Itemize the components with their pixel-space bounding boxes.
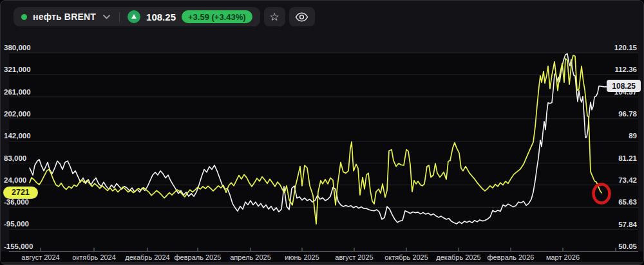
left-axis-label: 202,000 [4,110,31,118]
chart-panel: mscinsider 380,000120.15321,000112.36261… [0,0,644,265]
left-axis-label: -95,000 [4,220,29,228]
instrument-selector[interactable]: нефть BRENT 108.25 +3.59 (+3.43%) [14,7,260,26]
left-axis-label: 142,000 [4,132,31,140]
x-axis-label: февраль 2025 [175,253,222,261]
left-axis-label: 380,000 [4,44,31,51]
footer-strip [1,262,644,265]
current-price: 108.25 [146,12,176,23]
x-axis-label: июнь 2025 [285,253,319,261]
x-axis-label: февраль 2026 [488,253,535,261]
left-axis-label: -155,000 [4,242,33,250]
right-axis-label: 96.78 [618,110,637,118]
price-change-badge: +3.59 (+3.43%) [182,10,252,23]
left-axis-label: 321,000 [4,66,31,73]
plot-background [9,53,638,251]
left-axis-label: 83,000 [4,154,26,162]
x-axis-label: март 2026 [546,253,580,261]
price-up-icon [128,10,140,23]
left-axis-label: -36,000 [4,198,29,206]
right-axis-label: 50.05 [618,242,637,250]
x-axis-label: декабрь 2025 [436,253,480,261]
price-chart-canvas[interactable]: 380,000120.15321,000112.36261,000104.572… [1,1,644,265]
right-axis-label: 81.21 [618,154,637,162]
watch-button[interactable] [289,7,315,26]
x-axis-label: август 2024 [21,253,59,261]
chart-area[interactable]: 380,000120.15321,000112.36261,000104.572… [1,1,643,264]
right-axis-label: 89 [629,132,637,140]
x-axis-label: октябрь 2025 [384,253,428,261]
instrument-name: нефть BRENT [33,12,96,22]
favorite-button[interactable]: ☆ [264,7,285,26]
x-axis-label: апрель 2025 [230,253,271,261]
instrument-status-dot [21,14,27,20]
x-axis-label: август 2025 [335,253,373,261]
last-value-badge-left: 2721 [3,187,38,199]
eye-icon [295,12,308,22]
right-axis-label: 65.63 [618,198,637,206]
left-axis-label: 24,000 [4,176,26,184]
right-axis-label: 57.84 [618,221,637,228]
divider [119,12,120,22]
x-axis-label: декабрь 2024 [125,253,169,261]
right-axis-label: 112.36 [614,66,637,73]
right-axis-label: 120.15 [614,44,638,51]
left-axis-label: 261,000 [4,88,31,96]
right-axis-label: 73.42 [618,176,637,184]
last-value-badge-right: 108.25 [607,80,641,92]
star-icon: ☆ [269,12,279,23]
chevron-down-icon[interactable] [103,15,110,19]
x-axis-label: октябрь 2024 [72,253,116,261]
header-toolbar: нефть BRENT 108.25 +3.59 (+3.43%) ☆ [14,7,315,26]
